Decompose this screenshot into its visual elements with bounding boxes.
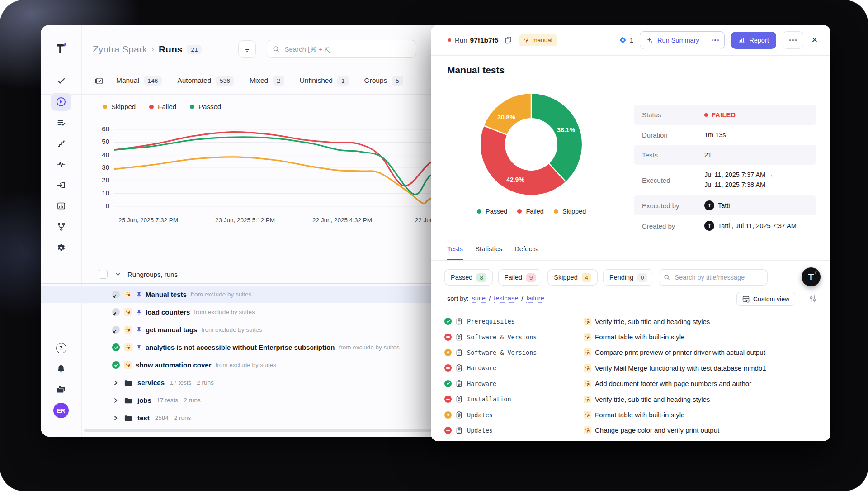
suite-name: Updates bbox=[467, 427, 493, 434]
filter-skipped[interactable]: Skipped4 bbox=[547, 269, 598, 286]
sidebar-item-import[interactable] bbox=[51, 176, 71, 194]
test-row[interactable]: InstallationVerify title, sub title and … bbox=[431, 391, 830, 407]
detail-label: Tests bbox=[642, 151, 704, 159]
test-row[interactable]: HardwareAdd document footer with page nu… bbox=[431, 376, 830, 391]
sidebar-item-branches[interactable] bbox=[51, 218, 71, 236]
run-type-tabs: Manual 146 Automated 536 Mixed 2 Unfinis… bbox=[95, 72, 403, 90]
filter-button[interactable] bbox=[238, 40, 256, 58]
status-filter-chips: Passed8 Failed9 Skipped4 Pending0 bbox=[444, 269, 768, 286]
support-widget-button[interactable]: T bbox=[802, 267, 821, 286]
filter-failed[interactable]: Failed9 bbox=[498, 269, 542, 286]
manual-test-icon bbox=[584, 364, 591, 372]
pin-icon bbox=[136, 309, 142, 315]
suite-name: Software & Versions bbox=[467, 349, 537, 356]
rungroups-title: Rungroups, runs bbox=[127, 271, 178, 278]
skipped-dot bbox=[554, 209, 558, 214]
tab-automated[interactable]: Automated 536 bbox=[177, 76, 234, 86]
chevron-right-icon[interactable] bbox=[113, 415, 118, 421]
run-summary-more-button[interactable] bbox=[706, 32, 725, 49]
test-row[interactable]: UpdatesChange page color and verify prin… bbox=[431, 423, 830, 438]
sidebar-item-test-plans[interactable] bbox=[51, 114, 71, 132]
sidebar-item-tests[interactable] bbox=[51, 72, 71, 90]
tests-search-input[interactable] bbox=[674, 273, 763, 281]
sidebar-item-pulse[interactable] bbox=[51, 155, 71, 173]
select-all-checkbox[interactable] bbox=[99, 270, 108, 279]
gear-icon bbox=[57, 243, 66, 253]
detail-label: Created by bbox=[642, 222, 704, 230]
suite-name: Hardware bbox=[467, 380, 496, 387]
global-search[interactable] bbox=[267, 40, 416, 58]
tests-search[interactable] bbox=[659, 269, 768, 286]
tab-groups[interactable]: Groups 5 bbox=[364, 76, 403, 86]
test-row[interactable]: Software & VersionsCompare print preview… bbox=[431, 345, 830, 360]
tab-label: Groups bbox=[364, 76, 387, 85]
chip-label: Pending bbox=[609, 274, 633, 281]
sort-by-failure[interactable]: failure bbox=[526, 295, 544, 303]
more-icon bbox=[712, 39, 719, 41]
chevron-right-icon[interactable] bbox=[113, 380, 118, 386]
sort-by-testcase[interactable]: testcase bbox=[494, 295, 518, 303]
tab-unfinished[interactable]: Unfinished 1 bbox=[300, 76, 349, 86]
pin-icon bbox=[136, 344, 142, 350]
legend-item-failed[interactable]: Failed bbox=[517, 208, 544, 215]
legend-item-passed[interactable]: Passed bbox=[190, 103, 221, 110]
test-row[interactable]: Software & VersionsFormat table with bui… bbox=[431, 329, 830, 344]
sort-by-suite[interactable]: suite bbox=[472, 295, 486, 303]
manual-test-icon bbox=[584, 426, 591, 434]
run-type-badge[interactable]: manual bbox=[519, 34, 557, 46]
run-summary-button[interactable]: Run Summary bbox=[640, 32, 706, 49]
legend-item-passed[interactable]: Passed bbox=[477, 208, 507, 215]
filter-pending[interactable]: Pending0 bbox=[603, 269, 653, 286]
run-title-heading: Manual tests bbox=[447, 65, 505, 76]
sidebar-item-settings[interactable] bbox=[51, 238, 71, 257]
sparkles-icon bbox=[646, 37, 654, 44]
tab-manual[interactable]: Manual 146 bbox=[116, 76, 162, 86]
tab-mixed[interactable]: Mixed 2 bbox=[250, 76, 284, 86]
sort-controls: sort by: suite / testcase / failure bbox=[447, 295, 544, 303]
breadcrumb-project[interactable]: Zyntra Spark bbox=[93, 44, 147, 55]
chevron-down-icon[interactable] bbox=[115, 271, 121, 277]
manual-test-icon bbox=[584, 396, 591, 403]
panel-more-button[interactable] bbox=[783, 31, 803, 49]
test-suite-cell: Software & Versions bbox=[444, 349, 584, 356]
search-input[interactable] bbox=[283, 45, 410, 53]
legend-item-failed[interactable]: Failed bbox=[149, 103, 176, 110]
close-icon[interactable]: ✕ bbox=[811, 35, 818, 45]
linked-issue[interactable]: 1 bbox=[619, 36, 633, 44]
chip-count: 0 bbox=[637, 273, 647, 282]
widget-t-logo: T bbox=[808, 272, 814, 282]
sidebar-item-steps[interactable] bbox=[51, 134, 71, 153]
chip-count: 9 bbox=[526, 273, 536, 282]
run-label: Run bbox=[455, 36, 467, 44]
test-row[interactable]: PrerequisitesVerify title, sub title and… bbox=[431, 314, 830, 329]
test-row[interactable]: HardwareVerify Mail Merge functionality … bbox=[431, 360, 830, 376]
report-button[interactable]: Report bbox=[731, 32, 776, 49]
pending-state-icon bbox=[112, 308, 120, 316]
test-row[interactable]: UpdatesFormat table with built-in style bbox=[431, 407, 830, 422]
run-title: get manual tags bbox=[146, 326, 197, 334]
passed-status-icon bbox=[444, 380, 452, 387]
x-tick: 23 Jun, 2025 5:12 PM bbox=[215, 217, 275, 224]
sidebar-item-analytics[interactable] bbox=[51, 197, 71, 215]
sidebar-item-runs[interactable] bbox=[51, 93, 71, 111]
legend-item-skipped[interactable]: Skipped bbox=[103, 103, 136, 110]
tab-tests[interactable]: Tests bbox=[447, 245, 463, 259]
trend-chart bbox=[114, 128, 458, 208]
detail-label: Duration bbox=[642, 131, 704, 139]
filter-passed[interactable]: Passed8 bbox=[444, 269, 493, 286]
tab-count: 5 bbox=[392, 76, 403, 86]
tab-statistics[interactable]: Statistics bbox=[475, 245, 502, 259]
y-tick: 50 bbox=[86, 138, 109, 145]
detail-label: Executed by bbox=[642, 202, 704, 210]
legend-item-skipped[interactable]: Skipped bbox=[554, 208, 586, 215]
chevron-right-icon[interactable] bbox=[113, 398, 118, 403]
detail-label: Executed bbox=[642, 176, 704, 184]
app-logo[interactable] bbox=[53, 41, 69, 57]
select-all-icon[interactable] bbox=[95, 76, 104, 85]
custom-view-button[interactable]: Custom view bbox=[736, 292, 795, 306]
passed-state-icon bbox=[112, 361, 120, 369]
run-detail-panel: Run 97f1b7f5 manual 1 bbox=[431, 25, 830, 441]
tab-defects[interactable]: Defects bbox=[514, 245, 538, 259]
view-options-icon[interactable] bbox=[809, 295, 817, 303]
copy-run-id-button[interactable] bbox=[505, 36, 512, 44]
